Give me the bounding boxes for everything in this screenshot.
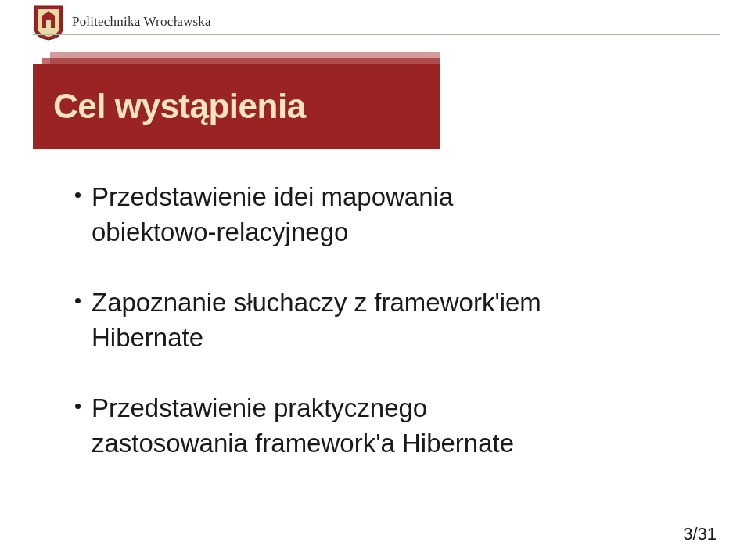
svg-rect-0	[46, 20, 51, 28]
bullet-dot-icon	[75, 192, 81, 198]
bullet-text: Przedstawienie idei mapowania	[92, 180, 453, 215]
bullet-dot-icon	[75, 298, 81, 303]
bullet-text-cont: obiektowo-relacyjnego	[92, 215, 704, 250]
page-number: 3/31	[683, 524, 717, 544]
content-area: Przedstawienie idei mapowania obiektowo-…	[75, 180, 704, 497]
bullet-line: Przedstawienie idei mapowania	[75, 180, 704, 215]
bullet-text: Zapoznanie słuchaczy z framework'iem	[92, 285, 541, 321]
bullet-line: Przedstawienie praktycznego	[75, 391, 704, 426]
university-logo	[33, 5, 64, 41]
bullet-dot-icon	[75, 404, 81, 409]
bullet-text: Przedstawienie praktycznego	[92, 391, 427, 426]
slide: Politechnika Wrocławska Cel wystąpienia …	[0, 0, 751, 560]
bullet-text-cont: Hibernate	[92, 321, 704, 356]
slide-title: Cel wystąpienia	[53, 87, 306, 126]
bullet-item: Przedstawienie idei mapowania obiektowo-…	[75, 180, 704, 249]
title-layer-front: Cel wystąpienia	[33, 64, 440, 149]
bullet-text-cont: zastosowania framework'a Hibernate	[92, 426, 704, 461]
bullet-item: Zapoznanie słuchaczy z framework'iem Hib…	[75, 285, 704, 355]
bullet-item: Przedstawienie praktycznego zastosowania…	[75, 391, 704, 461]
bullet-line: Zapoznanie słuchaczy z framework'iem	[75, 285, 704, 321]
header: Politechnika Wrocławska	[0, 0, 751, 44]
university-name: Politechnika Wrocławska	[72, 14, 211, 30]
header-rule	[33, 34, 720, 35]
